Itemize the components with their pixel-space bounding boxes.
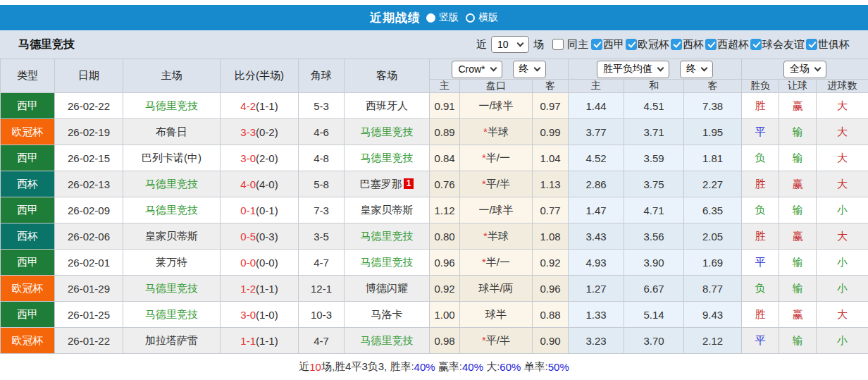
subheader-europe-draw: 和	[624, 80, 684, 93]
competition-checkbox[interactable]	[705, 39, 717, 50]
cell-score: 3-3(0-2)	[221, 119, 299, 145]
top-margin	[0, 0, 868, 5]
cell-spread-result: 输	[779, 276, 817, 302]
full-match-select[interactable]: 全场	[783, 61, 826, 78]
cell-away-team: 西班牙人	[345, 93, 430, 119]
chevron-down-icon	[657, 64, 664, 71]
europe-odds-select[interactable]: 胜平负均值	[597, 61, 669, 78]
competition-checkbox[interactable]	[806, 39, 817, 50]
cell-odds-away: 1.08	[533, 223, 569, 250]
cell-europe-home: 1.47	[569, 197, 624, 223]
subheader-spread-result: 让球	[779, 80, 817, 93]
table-row: 西甲 26-02-01 莱万特 0-0(0-0) 4-7 马德里竞技 0.96 …	[1, 250, 868, 276]
title-bar: 近期战绩 竖版 横版	[0, 5, 868, 30]
cell-odds-away: 0.97	[533, 93, 569, 119]
recent-label: 近	[476, 38, 487, 51]
cell-europe-home: 1.33	[569, 302, 624, 328]
competition-filter: 世俱杯	[806, 38, 850, 51]
summary-segment: 赢率:	[435, 360, 462, 374]
league-badge: 西杯	[1, 171, 55, 197]
table-row: 欧冠杯 26-01-22 加拉塔萨雷 1-1(1-1) 4-7 马德里竞技 0.…	[1, 328, 868, 354]
cell-odds-home: 1.12	[430, 197, 460, 223]
competition-checkbox[interactable]	[750, 39, 762, 50]
cell-handicap: 一/球半	[460, 197, 533, 223]
chevron-down-icon	[814, 64, 822, 71]
cell-goals-result: 小	[817, 250, 868, 276]
competition-filter: 西甲	[591, 38, 624, 51]
league-badge: 欧冠杯	[1, 328, 55, 354]
header-date: 日期	[55, 59, 123, 93]
competition-label[interactable]: 西甲	[603, 38, 624, 51]
results-table: 类型 日期 主场 比分(半场) 角球 客场 Crow* 终	[0, 59, 868, 354]
cell-score: 4-2(1-1)	[221, 93, 299, 119]
cell-odds-away: 0.99	[533, 119, 569, 145]
cell-result: 平	[742, 250, 779, 276]
cell-away-team: 马德里竞技	[345, 250, 430, 276]
same-home-checkbox[interactable]	[552, 39, 564, 50]
cell-odds-home: 0.84	[430, 145, 460, 171]
competition-label[interactable]: 西超杯	[717, 38, 749, 51]
summary-segment: 40%	[414, 361, 435, 373]
odds-time-select-value: 终	[519, 63, 529, 75]
cell-europe-home: 1.27	[569, 276, 624, 302]
cell-goals-result: 大	[817, 93, 868, 119]
cell-goals-result: 大	[817, 119, 868, 145]
table-row: 欧冠杯 26-01-29 马德里竞技 1-2(1-1) 12-1 博德闪耀 0.…	[1, 276, 868, 302]
cell-corners: 5-8	[299, 171, 345, 197]
cell-odds-away: 0.96	[533, 276, 569, 302]
cell-corners: 7-3	[299, 197, 345, 223]
layout-toggle: 竖版 横版	[426, 11, 498, 24]
table-row: 西甲 26-02-09 马德里竞技 0-1(0-1) 7-3 皇家贝蒂斯 1.1…	[1, 197, 868, 223]
matches-label: 场	[533, 38, 544, 51]
layout-radio-label[interactable]: 横版	[478, 11, 498, 24]
summary-segment: 场,胜4平3负3, 胜率:	[321, 360, 414, 374]
subheader-odds-home: 主	[430, 80, 460, 93]
cell-odds-home: 0.92	[430, 276, 460, 302]
odds-time-select[interactable]: 终	[513, 61, 546, 78]
bookmaker-select[interactable]: Crow*	[452, 61, 502, 78]
cell-europe-home: 1.44	[569, 93, 624, 119]
cell-score: 1-1(1-1)	[221, 328, 299, 354]
cell-corners: 5-3	[299, 93, 345, 119]
cell-europe-draw: 6.67	[624, 276, 684, 302]
header-score: 比分(半场)	[221, 59, 299, 93]
cell-goals-result: 小	[817, 328, 868, 354]
layout-radio-label[interactable]: 竖版	[439, 11, 459, 24]
competition-label[interactable]: 欧冠杯	[638, 38, 669, 51]
cell-date: 26-02-09	[55, 197, 123, 223]
cell-europe-away: 2.05	[684, 223, 742, 250]
cell-result: 胜	[742, 223, 779, 250]
layout-radio-option[interactable]: 竖版	[426, 11, 459, 24]
cell-home-team: 皇家贝蒂斯	[123, 223, 221, 250]
competition-checkbox[interactable]	[671, 39, 682, 50]
table-row: 西杯 26-02-06 皇家贝蒂斯 0-5(0-3) 3-5 马德里竞技 0.8…	[1, 223, 868, 250]
cell-spread-result: 输	[779, 119, 817, 145]
competition-checkbox[interactable]	[591, 39, 602, 50]
cell-home-team: 马德里竞技	[123, 276, 221, 302]
cell-europe-home: 2.86	[569, 171, 624, 197]
cell-result: 胜	[742, 302, 779, 328]
competition-label[interactable]: 西杯	[683, 38, 704, 51]
team-name: 马德里竞技	[18, 37, 75, 52]
competition-checkbox[interactable]	[626, 39, 637, 50]
layout-radio-option[interactable]: 横版	[466, 11, 498, 24]
competition-label[interactable]: 世俱杯	[818, 38, 850, 51]
cell-odds-home: 0.96	[430, 250, 460, 276]
cell-handicap: *半/一	[460, 250, 533, 276]
radio-icon[interactable]	[426, 13, 435, 23]
cell-handicap: *半球	[460, 119, 533, 145]
cell-europe-draw: 3.59	[624, 145, 684, 171]
competition-label[interactable]: 球会友谊	[762, 38, 805, 51]
cell-handicap: 球半	[460, 302, 533, 328]
radio-icon[interactable]	[466, 13, 475, 23]
cell-away-team: 马洛卡	[345, 302, 430, 328]
recent-count-select[interactable]: 10	[491, 36, 529, 53]
header-odds-group: Crow* 终	[430, 59, 569, 80]
cell-odds-home: 0.98	[430, 328, 460, 354]
same-home-label[interactable]: 同主	[567, 38, 588, 51]
table-row: 西杯 26-02-13 马德里竞技 4-0(4-0) 5-8 巴塞罗那1 0.7…	[1, 171, 868, 197]
cell-corners: 4-8	[299, 145, 345, 171]
cell-europe-away: 1.81	[684, 145, 742, 171]
cell-odds-away: 1.04	[533, 145, 569, 171]
europe-time-select[interactable]: 终	[680, 61, 713, 78]
